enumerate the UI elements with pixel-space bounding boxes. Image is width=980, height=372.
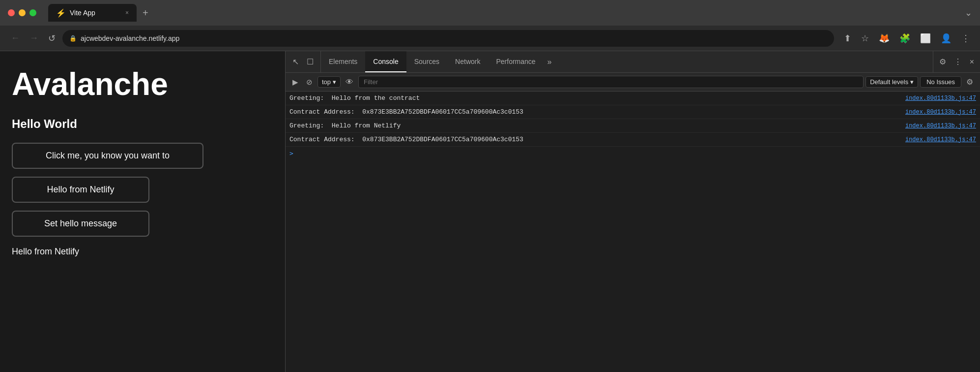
more-menu-icon[interactable]: ⋮	[959, 31, 972, 46]
prompt-caret-icon: >	[289, 150, 293, 157]
devtools-tabs: ↖ ☐ Elements Console Sources Network	[286, 51, 980, 73]
back-button[interactable]: ←	[8, 31, 23, 45]
address-bar[interactable]: 🔒 ajcwebdev-avalanche.netlify.app	[62, 30, 834, 47]
main-area: Avalanche Hello World Click me, you know…	[0, 51, 980, 372]
share-icon[interactable]: ⬆	[842, 31, 853, 46]
context-label: top	[322, 78, 331, 86]
response-text: Hello from Netlify	[12, 247, 273, 257]
console-line-source[interactable]: index.80d1133b.js:47	[897, 136, 976, 143]
no-issues-button[interactable]: No Issues	[920, 76, 961, 88]
forward-button[interactable]: →	[27, 31, 41, 45]
new-tab-button[interactable]: +	[139, 5, 152, 21]
devtools-tab-list: Elements Console Sources Network Perform…	[321, 51, 933, 72]
default-levels-button[interactable]: Default levels ▾	[865, 76, 918, 88]
context-selector[interactable]: top ▾	[317, 76, 341, 88]
sidebar-icon[interactable]: ⬜	[918, 31, 933, 46]
vite-icon: ⚡	[56, 8, 66, 18]
window-expand-icon[interactable]: ⌄	[965, 7, 972, 18]
browser-window: ⚡ Vite App × + ⌄ ← → ↺ 🔒 ajcwebdev-avala…	[0, 0, 980, 372]
console-prompt[interactable]: >	[286, 147, 980, 160]
devtools-settings-icon[interactable]: ⚙	[937, 55, 948, 68]
traffic-lights	[8, 9, 36, 16]
console-line-content: Contract Address: 0x873E3BB2A752DBDFA060…	[289, 108, 897, 116]
fox-icon[interactable]: 🦊	[877, 31, 892, 46]
console-line-content: Greeting: Hello from the contract	[289, 94, 897, 102]
console-output: Greeting: Hello from the contract index.…	[286, 92, 980, 372]
devtools-tool-icons: ↖ ☐	[286, 51, 321, 72]
tab-area: ⚡ Vite App × +	[48, 4, 959, 22]
more-tabs-button[interactable]: »	[544, 51, 556, 72]
url-text: ajcwebdev-avalanche.netlify.app	[81, 34, 827, 42]
hello-netlify-button[interactable]: Hello from Netlify	[12, 177, 149, 203]
devtools-panel: ↖ ☐ Elements Console Sources Network	[285, 51, 980, 372]
inspector-cursor-icon[interactable]: ↖	[289, 55, 302, 68]
refresh-button[interactable]: ↺	[45, 31, 58, 46]
close-window-button[interactable]	[8, 9, 15, 16]
device-emulation-icon[interactable]: ☐	[304, 55, 317, 68]
devtools-right-icons: ⚙ ⋮ ×	[933, 51, 980, 72]
console-filter-input[interactable]	[358, 76, 864, 88]
lock-icon: 🔒	[69, 35, 77, 42]
tab-elements[interactable]: Elements	[321, 51, 365, 72]
eye-icon[interactable]: 👁	[343, 76, 356, 89]
active-tab[interactable]: ⚡ Vite App ×	[48, 4, 137, 22]
console-line-content: Contract Address: 0x873E3BB2A752DBDFA060…	[289, 136, 897, 143]
title-bar: ⚡ Vite App × + ⌄	[0, 0, 980, 26]
minimize-window-button[interactable]	[19, 9, 26, 16]
set-hello-button[interactable]: Set hello message	[12, 211, 149, 237]
tab-close-button[interactable]: ×	[125, 9, 129, 16]
tab-network[interactable]: Network	[447, 51, 488, 72]
console-line-source[interactable]: index.80d1133b.js:47	[897, 95, 976, 102]
tab-title: Vite App	[70, 9, 95, 17]
context-arrow-icon: ▾	[333, 78, 336, 86]
tab-performance[interactable]: Performance	[488, 51, 543, 72]
console-line: Greeting: Hello from Netlify index.80d11…	[286, 119, 980, 133]
maximize-window-button[interactable]	[29, 9, 36, 16]
tab-console[interactable]: Console	[365, 51, 406, 72]
console-line-source[interactable]: index.80d1133b.js:47	[897, 109, 976, 116]
page-title: Avalanche	[12, 67, 273, 101]
console-toolbar: ▶ ⊘ top ▾ 👁 Default levels ▾ No Issues	[286, 73, 980, 92]
console-block-button[interactable]: ⊘	[303, 76, 316, 89]
page-subtitle: Hello World	[12, 117, 273, 131]
click-me-button[interactable]: Click me, you know you want to	[12, 143, 203, 169]
console-play-button[interactable]: ▶	[289, 76, 301, 89]
browser-toolbar-icons: ⬆ ☆ 🦊 🧩 ⬜ 👤 ⋮	[842, 31, 972, 46]
extensions-icon[interactable]: 🧩	[897, 31, 912, 46]
console-line: Contract Address: 0x873E3BB2A752DBDFA060…	[286, 105, 980, 119]
bookmark-icon[interactable]: ☆	[859, 31, 871, 46]
console-settings-icon[interactable]: ⚙	[963, 75, 976, 89]
console-line: Greeting: Hello from the contract index.…	[286, 92, 980, 105]
console-line: Contract Address: 0x873E3BB2A752DBDFA060…	[286, 133, 980, 147]
tab-sources[interactable]: Sources	[406, 51, 447, 72]
console-line-content: Greeting: Hello from Netlify	[289, 122, 897, 129]
profile-icon[interactable]: 👤	[939, 31, 953, 46]
devtools-close-icon[interactable]: ×	[968, 56, 976, 68]
page-content: Avalanche Hello World Click me, you know…	[0, 51, 285, 372]
address-bar-row: ← → ↺ 🔒 ajcwebdev-avalanche.netlify.app …	[0, 26, 980, 51]
devtools-more-icon[interactable]: ⋮	[952, 55, 964, 68]
console-line-source[interactable]: index.80d1133b.js:47	[897, 123, 976, 129]
